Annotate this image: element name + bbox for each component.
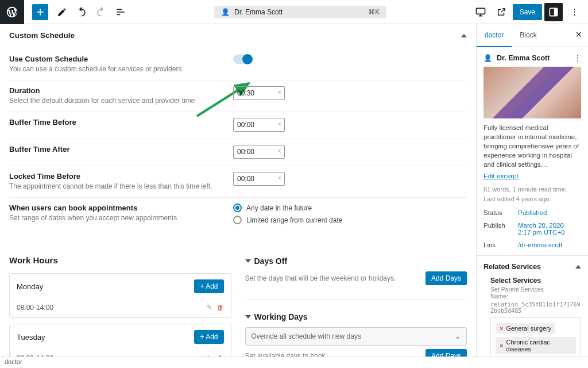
trash-icon[interactable]: 🗑 [217, 354, 224, 356]
work-hours-title: Work Hours [9, 255, 231, 265]
svg-rect-2 [554, 8, 558, 16]
sidebar-toggle-button[interactable] [544, 3, 563, 21]
chevron-down-icon: ⌄ [455, 332, 461, 340]
edit-button[interactable] [53, 3, 71, 21]
booking-desc: Set range of dates when you accept new a… [9, 214, 222, 222]
outline-button[interactable] [111, 3, 130, 21]
person-icon: 👤 [221, 8, 230, 16]
redo-button[interactable] [92, 3, 110, 21]
use-custom-desc: You can use a custom schedule for servic… [9, 65, 222, 73]
booking-title: When users can book appointments [9, 204, 222, 212]
collapse-icon [461, 34, 467, 37]
override-select[interactable]: Override all schedule with new days⌄ [245, 327, 467, 346]
buffer-after-title: Buffer Time After [9, 145, 222, 154]
add-days-off-button[interactable]: Add Days [425, 271, 467, 285]
panel-header-custom-schedule[interactable]: Custom Schedule [0, 24, 476, 47]
buffer-before-input[interactable]: 00:00 [233, 118, 285, 132]
day-card-tuesday: Tuesday + Add 08:00-14:00 ✎ 🗑 [9, 324, 231, 356]
duration-desc: Select the default duration for each ser… [9, 97, 222, 105]
locked-input[interactable]: 00:00 [233, 172, 285, 186]
svg-rect-0 [476, 8, 485, 14]
services-tag-box: ×General surgery ×Chronic cardiac diseas… [490, 317, 581, 356]
breadcrumb[interactable]: doctor [0, 356, 588, 368]
locked-desc: The appointment cannot be made if there … [9, 182, 222, 190]
related-services-header[interactable]: Related Services [483, 263, 581, 271]
collapse-icon [575, 265, 581, 269]
external-preview-icon[interactable] [492, 3, 510, 21]
booking-limited-radio[interactable]: Limited range from current date [233, 216, 467, 224]
duration-title: Duration [9, 86, 222, 95]
featured-image[interactable] [483, 67, 581, 118]
service-tag[interactable]: ×General surgery [496, 323, 555, 334]
booking-any-radio[interactable]: Any date in the future [233, 204, 467, 212]
wp-logo[interactable] [0, 0, 24, 24]
add-slot-button[interactable]: + Add [194, 279, 223, 293]
tab-doctor[interactable]: doctor [477, 24, 512, 47]
service-tag[interactable]: ×Chronic cardiac diseases [496, 337, 576, 354]
document-title: Dr. Emma Scott [234, 8, 283, 16]
more-icon[interactable]: ⋮ [574, 54, 581, 62]
save-button[interactable]: Save [513, 4, 542, 20]
add-block-button[interactable] [32, 4, 48, 20]
tab-block[interactable]: Block [512, 24, 544, 47]
day-name: Monday [17, 282, 43, 291]
trash-icon[interactable]: 🗑 [217, 304, 224, 312]
sidebar-doctor-name: Dr. Emma Scott [497, 54, 550, 62]
remove-tag-icon: × [500, 325, 503, 332]
select-services-title: Select Services [490, 277, 581, 285]
last-edited: Last edited 4 years ago. [483, 194, 581, 204]
person-icon: 👤 [483, 54, 492, 62]
desktop-preview-icon[interactable] [471, 3, 490, 21]
undo-button[interactable] [72, 3, 91, 21]
time-range: 08:00-14:00 [17, 354, 53, 356]
add-working-days-button[interactable]: Add Days [425, 349, 467, 356]
edit-icon[interactable]: ✎ [207, 354, 212, 356]
select-services-sub: Set Parent Services [490, 286, 581, 293]
use-custom-toggle[interactable] [233, 55, 252, 64]
edit-excerpt-link[interactable]: Edit excerpt [483, 172, 519, 179]
day-name: Tuesday [17, 333, 45, 342]
use-custom-title: Use Custom Schedule [9, 55, 222, 63]
status-value[interactable]: Published [518, 209, 547, 216]
panel-title: Custom Schedule [9, 31, 75, 40]
working-days-hint: Set available days to book. [245, 352, 327, 356]
relation-name-value: relation_5c35f811b1f1717692bob5d485 [490, 301, 581, 314]
word-count: 61 words, 1 minute read time. [483, 185, 581, 194]
edit-icon[interactable]: ✎ [207, 304, 212, 312]
time-range: 08:00-14:00 [17, 304, 53, 312]
day-card-monday: Monday + Add 08:00-14:00 ✎ 🗑 [9, 273, 231, 318]
document-switcher[interactable]: 👤 Dr. Emma Scott ⌘K [214, 6, 386, 18]
relation-name-label: Name: [490, 293, 581, 300]
excerpt-text: Fully licensed medical practitioner in i… [483, 123, 581, 169]
shortcut-hint: ⌘K [368, 8, 380, 16]
duration-input[interactable]: 00:30 [233, 86, 285, 100]
permalink[interactable]: /dr-emma-scott [518, 241, 562, 248]
working-days-header[interactable]: Working Days [245, 312, 467, 321]
remove-tag-icon: × [500, 342, 503, 349]
days-off-header[interactable]: Days Off [245, 256, 467, 266]
publish-date[interactable]: March 20, 20202:17 pm UTC+0 [518, 222, 565, 236]
more-menu-button[interactable]: ⋮ [565, 3, 583, 21]
close-sidebar-button[interactable]: ✕ [570, 24, 588, 47]
locked-title: Locked Time Before [9, 172, 222, 181]
days-off-hint: Set the days that will be the weekend or… [245, 274, 396, 282]
buffer-after-input[interactable]: 00:00 [233, 145, 285, 159]
add-slot-button[interactable]: + Add [194, 330, 223, 344]
buffer-before-title: Buffer Time Before [9, 118, 222, 126]
